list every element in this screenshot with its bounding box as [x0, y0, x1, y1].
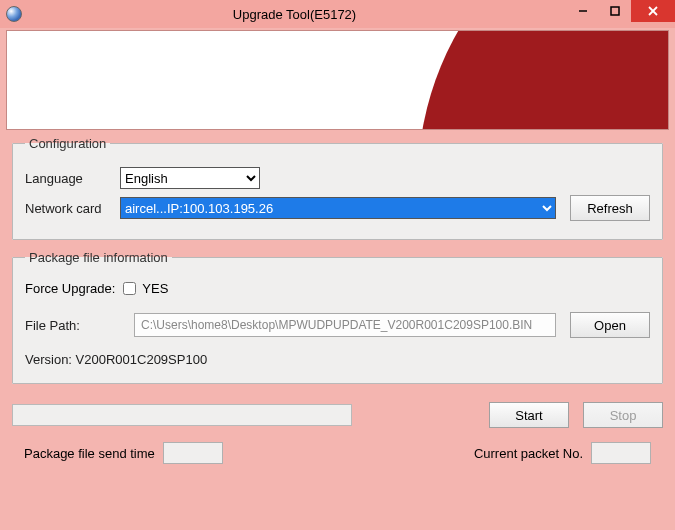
maximize-button[interactable]	[599, 0, 631, 22]
titlebar: Upgrade Tool(E5172)	[0, 0, 675, 28]
package-info-legend: Package file information	[25, 250, 172, 265]
progress-bar	[12, 404, 352, 426]
window-buttons	[567, 0, 675, 28]
force-upgrade-label: Force Upgrade:	[25, 281, 115, 296]
language-label: Language	[25, 171, 120, 186]
banner	[6, 30, 669, 130]
send-time-value	[163, 442, 223, 464]
file-path-input[interactable]	[134, 313, 556, 337]
network-card-select[interactable]: aircel...IP:100.103.195.26	[120, 197, 556, 219]
packet-no-value	[591, 442, 651, 464]
network-card-label: Network card	[25, 201, 120, 216]
force-upgrade-checkbox[interactable]	[123, 282, 136, 295]
package-info-group: Package file information Force Upgrade: …	[12, 250, 663, 384]
version-text: Version: V200R001C209SP100	[25, 352, 650, 367]
start-button[interactable]: Start	[489, 402, 569, 428]
minimize-button[interactable]	[567, 0, 599, 22]
close-button[interactable]	[631, 0, 675, 22]
configuration-group: Configuration Language English Network c…	[12, 136, 663, 240]
send-time-label: Package file send time	[24, 446, 155, 461]
svg-rect-1	[611, 7, 619, 15]
configuration-legend: Configuration	[25, 136, 110, 151]
language-select[interactable]: English	[120, 167, 260, 189]
window-title: Upgrade Tool(E5172)	[22, 7, 567, 22]
force-upgrade-yes: YES	[142, 281, 168, 296]
open-button[interactable]: Open	[570, 312, 650, 338]
stop-button[interactable]: Stop	[583, 402, 663, 428]
app-icon	[6, 6, 22, 22]
file-path-label: File Path:	[25, 318, 120, 333]
refresh-button[interactable]: Refresh	[570, 195, 650, 221]
packet-no-label: Current packet No.	[474, 446, 583, 461]
